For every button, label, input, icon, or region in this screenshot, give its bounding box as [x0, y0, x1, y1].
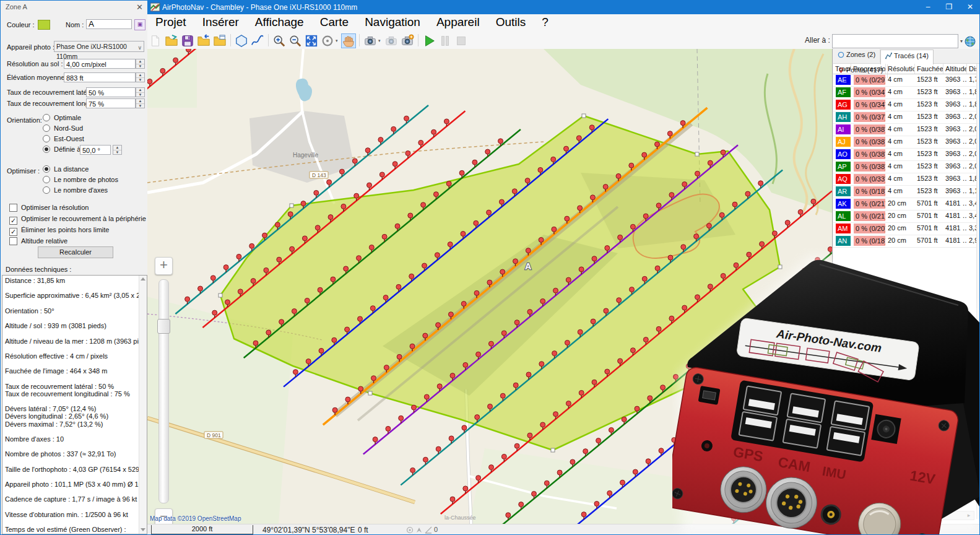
- play-button[interactable]: [422, 33, 436, 48]
- map-canvas[interactable]: Hagevillela-ChausséeAD 143D 901 + − Map …: [147, 49, 833, 524]
- zoom-in-button[interactable]: [272, 33, 287, 48]
- column-header[interactable]: Progression: [851, 64, 886, 74]
- field-stepper[interactable]: ▲▼: [136, 98, 145, 108]
- table-row[interactable]: AJ0 % (0/38)4 cm1523 ft3963 …2,06: [833, 136, 976, 149]
- goto-dropdown-icon[interactable]: ▾: [960, 38, 963, 44]
- orientation-option-3[interactable]: Est-Ouest: [43, 135, 84, 142]
- table-row[interactable]: AM0 % (0/20)20 cm5701 ft4181 …3,3: [833, 223, 976, 235]
- orientation-option-1[interactable]: Optimale: [43, 114, 81, 121]
- zone-vertex-handle[interactable]: [290, 204, 293, 207]
- table-row[interactable]: AQ0 % (0/33)4 cm1523 ft3963 …1,83: [833, 173, 976, 186]
- traces-vertical-scrollbar[interactable]: [976, 64, 980, 519]
- checkbox-2[interactable]: ✓Optimiser le recouvrement à la périphér…: [9, 215, 146, 225]
- table-row[interactable]: AR0 % (0/18)4 cm1523 ft3963 …1,12: [833, 186, 976, 198]
- orientation-option-2[interactable]: Nord-Sud: [43, 124, 83, 132]
- table-row[interactable]: AL0 % (0/21)20 cm5701 ft4181 …3,45: [833, 211, 976, 223]
- column-header[interactable]: Fauchée: [915, 64, 943, 74]
- field-stepper[interactable]: ▲▼: [136, 59, 145, 69]
- column-header[interactable]: Altitude: [943, 64, 967, 74]
- table-row[interactable]: AP0 % (0/38)4 cm1523 ft3963 …2,06: [833, 161, 976, 173]
- draw-polyline-button[interactable]: [250, 33, 265, 48]
- recalculer-button[interactable]: Recalculer: [38, 246, 113, 258]
- table-row[interactable]: AO0 % (0/38)4 cm1523 ft3963 …2,06: [833, 149, 976, 161]
- column-header[interactable]: Tracé: [833, 64, 851, 74]
- new-project-button[interactable]: [148, 33, 163, 48]
- zone-vertex-handle[interactable]: [695, 152, 699, 156]
- camera-capture-dropdown-icon[interactable]: ▾: [378, 38, 383, 43]
- technical-data-scrollbar[interactable]: [139, 276, 147, 534]
- optimiser-option-2[interactable]: Le nombre de photos: [43, 176, 118, 183]
- map-zoom-slider[interactable]: [158, 279, 169, 503]
- field-input[interactable]: 883 ft: [64, 72, 136, 82]
- table-row[interactable]: AK0 % (0/21)20 cm5701 ft4181 …3,45: [833, 198, 976, 211]
- draw-polygon-button[interactable]: [234, 33, 249, 48]
- open-project-button[interactable]: [164, 33, 179, 48]
- minimize-button[interactable]: –: [917, 1, 939, 14]
- field-stepper[interactable]: ▲▼: [136, 72, 145, 82]
- zone-vertex-handle[interactable]: [551, 448, 555, 452]
- center-target-button[interactable]: [320, 33, 335, 48]
- stop-button[interactable]: [454, 33, 469, 48]
- export-data-button[interactable]: [212, 33, 227, 48]
- zone-vertex-handle[interactable]: [368, 391, 372, 395]
- pause-button[interactable]: [438, 33, 453, 48]
- appareil-select[interactable]: ∨ Phase One iXU-RS1000 110mm: [54, 41, 144, 52]
- field-stepper[interactable]: ▲▼: [136, 87, 145, 97]
- optimiser-option-3[interactable]: Le nombre d'axes: [43, 186, 108, 194]
- field-input[interactable]: 75 %: [86, 98, 136, 108]
- menu-item-navigation[interactable]: Navigation: [357, 14, 428, 29]
- column-header[interactable]: Résolution: [886, 64, 915, 74]
- maximize-button[interactable]: ❐: [939, 1, 960, 14]
- scroll-up-icon[interactable]: [141, 277, 145, 281]
- zone-color-swatch[interactable]: [38, 20, 50, 30]
- menu-item-?[interactable]: ?: [534, 14, 557, 29]
- menu-item-carte[interactable]: Carte: [312, 14, 357, 29]
- tab-traces[interactable]: Tracés (14): [880, 50, 934, 64]
- table-row[interactable]: AG0 % (0/34)4 cm1523 ft3963 …1,88: [833, 99, 976, 111]
- import-data-button[interactable]: [196, 33, 211, 48]
- pan-hand-button[interactable]: [341, 33, 356, 48]
- field-input[interactable]: 4,00 cm/pixel: [64, 59, 136, 69]
- scroll-left-icon[interactable]: ◂: [836, 512, 844, 519]
- orientation-angle-input[interactable]: 50,0 °: [80, 145, 111, 155]
- zone-vertex-handle[interactable]: [778, 265, 782, 269]
- scrollbar-thumb[interactable]: [845, 512, 901, 519]
- titlebar[interactable]: AirPhotoNav - Chambley - Phase One iXU-R…: [147, 1, 980, 14]
- globe-icon[interactable]: [965, 36, 976, 47]
- camera-preview-button[interactable]: [384, 33, 399, 48]
- map-attribution-link[interactable]: Map data ©2019 OpenStreetMap: [150, 515, 241, 522]
- map-zoom-slider-handle[interactable]: [157, 319, 170, 334]
- zone-options-button[interactable]: ▣: [134, 19, 145, 30]
- center-target-dropdown-icon[interactable]: ▾: [336, 38, 340, 43]
- menu-item-appareil[interactable]: Appareil: [428, 14, 488, 29]
- close-icon[interactable]: ✕: [136, 2, 143, 12]
- save-project-button[interactable]: [180, 33, 195, 48]
- goto-input[interactable]: [832, 34, 958, 48]
- menu-item-outils[interactable]: Outils: [488, 14, 534, 29]
- table-row[interactable]: AI0 % (0/38)4 cm1523 ft3963 …2,06: [833, 124, 976, 136]
- menu-item-affichage[interactable]: Affichage: [247, 14, 312, 29]
- table-row[interactable]: AN0 % (0/18)20 cm5701 ft4181 …2,99: [833, 235, 976, 248]
- orientation-option-4[interactable]: Définie à: [43, 146, 80, 153]
- camera-capture-button[interactable]: [363, 33, 378, 48]
- table-row[interactable]: AE0 % (0/29)4 cm1523 ft3963 …1,73: [833, 74, 976, 87]
- zone-vertex-handle[interactable]: [772, 329, 776, 333]
- zoom-out-button[interactable]: [288, 33, 303, 48]
- zone-vertex-handle[interactable]: [582, 114, 586, 118]
- scroll-down-icon[interactable]: [141, 528, 145, 531]
- table-row[interactable]: AF0 % (0/34)4 cm1523 ft3963 …1,88: [833, 87, 976, 99]
- tab-zones[interactable]: Zones (2): [833, 49, 880, 63]
- table-row[interactable]: AH0 % (0/37)4 cm1523 ft3963 …2,02: [833, 111, 976, 124]
- scroll-right-icon[interactable]: ▸: [965, 512, 973, 519]
- traces-horizontal-scrollbar[interactable]: ◂ ▸: [835, 511, 974, 520]
- map-zoom-in-button[interactable]: +: [155, 257, 173, 275]
- menu-item-insrer[interactable]: Insérer: [194, 14, 247, 29]
- orientation-angle-stepper[interactable]: ▲▼: [113, 145, 122, 155]
- nom-input[interactable]: [86, 19, 132, 29]
- checkbox-1[interactable]: Optimiser la résolution: [9, 204, 89, 212]
- fit-view-button[interactable]: [304, 33, 319, 48]
- optimiser-option-1[interactable]: La distance: [43, 165, 89, 173]
- camera-new-button[interactable]: [400, 33, 415, 48]
- zone-vertex-handle[interactable]: [687, 385, 691, 388]
- checkbox-4[interactable]: Altitude relative: [9, 237, 67, 245]
